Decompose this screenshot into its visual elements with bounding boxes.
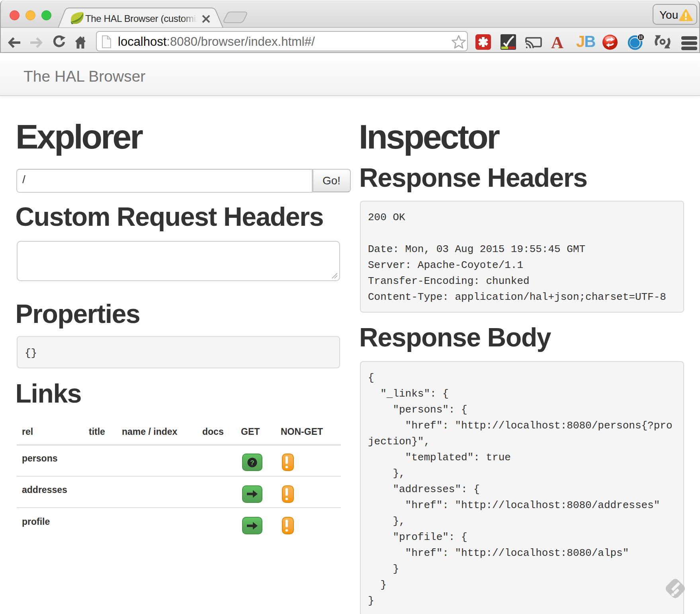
svg-text:?: ?	[250, 459, 254, 467]
